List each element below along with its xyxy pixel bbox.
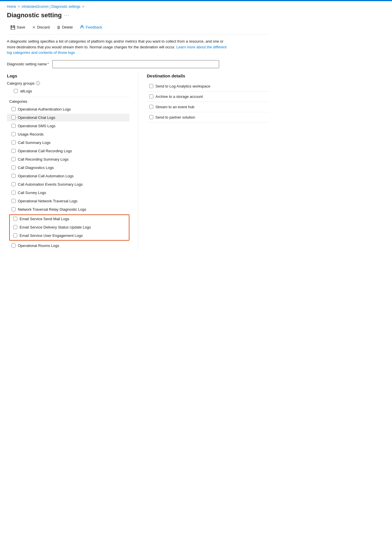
- destination-section-header: Destination details: [147, 73, 269, 78]
- diagnostic-setting-name-row: Diagnostic setting name*: [7, 60, 269, 68]
- partner-checkbox[interactable]: [149, 115, 153, 119]
- list-item[interactable]: Email Service User Engagement Logs: [10, 232, 129, 239]
- alllogs-checkbox[interactable]: [14, 89, 18, 93]
- toolbar: 💾 Save ✕ Discard 🗑 Delete Feedback: [7, 23, 269, 35]
- storage-checkbox[interactable]: [149, 94, 153, 98]
- alllogs-label: allLogs: [20, 89, 32, 93]
- main-content: Logs Category groups i allLogs Categorie…: [7, 73, 269, 250]
- list-item[interactable]: Usage Records: [7, 130, 129, 138]
- category-groups-label: Category groups i: [7, 81, 129, 85]
- rooms-label: Operational Rooms Logs: [18, 243, 59, 248]
- list-item[interactable]: Call Recording Summary Logs: [7, 155, 129, 163]
- callsurvey-label: Call Survey Logs: [18, 191, 46, 195]
- storage-label: Archive to a storage account: [156, 94, 203, 99]
- callsummary-checkbox[interactable]: [12, 140, 16, 144]
- save-button[interactable]: 💾 Save: [7, 24, 29, 31]
- callautosummary-checkbox[interactable]: [12, 182, 16, 186]
- logs-section-header: Logs: [7, 73, 129, 78]
- dest-eventhub[interactable]: Stream to an event hub: [147, 102, 269, 112]
- calldiag-label: Call Diagnostics Logs: [18, 165, 54, 170]
- discard-button[interactable]: ✕ Discard: [29, 24, 53, 31]
- callautosummary-label: Call Automation Events Summary Logs: [18, 182, 83, 187]
- rooms-checkbox[interactable]: [12, 243, 16, 248]
- list-item[interactable]: Operational Rooms Logs: [7, 242, 129, 250]
- auth-checkbox[interactable]: [12, 107, 16, 111]
- page-title-ellipsis: ···: [64, 13, 70, 18]
- sms-checkbox[interactable]: [12, 124, 16, 128]
- list-item[interactable]: Call Summary Logs: [7, 139, 129, 147]
- calldiag-checkbox[interactable]: [12, 165, 16, 170]
- netrelay-label: Network Traversal Relay Diagnostic Logs: [18, 207, 86, 212]
- breadcrumb-home[interactable]: Home: [7, 5, 16, 9]
- discard-icon: ✕: [32, 25, 36, 30]
- breadcrumb-sep1: >: [18, 5, 20, 9]
- list-item[interactable]: Operational SMS Logs: [7, 122, 129, 130]
- callautomation-checkbox[interactable]: [12, 174, 16, 178]
- list-item[interactable]: Call Diagnostics Logs: [7, 164, 129, 172]
- list-item[interactable]: Operational Network Traversal Logs: [7, 197, 129, 205]
- diagnostic-setting-name-input[interactable]: [52, 60, 219, 68]
- loganalytics-label: Send to Log Analytics workspace: [156, 84, 211, 88]
- list-item[interactable]: Operational Call Recording Logs: [7, 147, 129, 155]
- list-item[interactable]: Call Automation Events Summary Logs: [7, 180, 129, 188]
- destination-column: Destination details Send to Log Analytic…: [138, 73, 269, 123]
- list-item[interactable]: Call Survey Logs: [7, 189, 129, 197]
- dest-storage[interactable]: Archive to a storage account: [147, 92, 269, 102]
- breadcrumb: Home > mhsbxtest2comm | Diagnostic setti…: [7, 5, 269, 9]
- page-title: Diagnostic setting ···: [7, 12, 269, 19]
- nettraversal-checkbox[interactable]: [12, 199, 16, 203]
- list-item[interactable]: Operational Authentication Logs: [7, 105, 129, 113]
- emaildelivery-checkbox[interactable]: [13, 225, 17, 229]
- dest-loganalytics[interactable]: Send to Log Analytics workspace: [147, 81, 269, 92]
- callrecsummary-label: Call Recording Summary Logs: [18, 157, 68, 161]
- list-item[interactable]: Network Traversal Relay Diagnostic Logs: [7, 206, 129, 213]
- list-item[interactable]: Email Service Send Mail Logs: [10, 215, 129, 223]
- callrecsummary-checkbox[interactable]: [12, 157, 16, 161]
- discard-label: Discard: [37, 25, 50, 29]
- save-label: Save: [17, 25, 25, 29]
- breadcrumb-resource[interactable]: mhsbxtest2comm | Diagnostic settings: [22, 5, 81, 9]
- usage-label: Usage Records: [18, 132, 44, 136]
- list-item[interactable]: Operational Call Automation Logs: [7, 172, 129, 180]
- emailengagement-label: Email Service User Engagement Logs: [20, 233, 83, 238]
- divider-after-groups: [7, 97, 129, 97]
- categories-label: Categories: [7, 99, 129, 104]
- feedback-label: Feedback: [86, 25, 102, 29]
- field-label: Diagnostic setting name*: [7, 62, 49, 66]
- usage-checkbox[interactable]: [12, 132, 16, 136]
- page-title-text: Diagnostic setting: [7, 12, 62, 19]
- feedback-button[interactable]: Feedback: [76, 23, 106, 31]
- logs-column: Logs Category groups i allLogs Categorie…: [7, 73, 138, 250]
- nettraversal-label: Operational Network Traversal Logs: [18, 199, 77, 203]
- list-item[interactable]: Operational Chat Logs: [7, 114, 129, 121]
- dest-partner[interactable]: Send to partner solution: [147, 112, 269, 123]
- sms-label: Operational SMS Logs: [18, 124, 56, 128]
- list-item[interactable]: Email Service Delivery Status Update Log…: [10, 223, 129, 231]
- auth-label: Operational Authentication Logs: [18, 107, 71, 111]
- callrecording-label: Operational Call Recording Logs: [18, 149, 72, 153]
- save-icon: 💾: [10, 25, 15, 30]
- description: A diagnostic setting specifies a list of…: [7, 39, 231, 56]
- netrelay-checkbox[interactable]: [12, 207, 16, 211]
- emailsend-label: Email Service Send Mail Logs: [20, 217, 69, 221]
- loganalytics-checkbox[interactable]: [149, 84, 153, 88]
- delete-button[interactable]: 🗑 Delete: [53, 24, 77, 31]
- emaildelivery-label: Email Service Delivery Status Update Log…: [20, 225, 91, 229]
- chat-label: Operational Chat Logs: [18, 115, 55, 120]
- delete-label: Delete: [62, 25, 73, 29]
- chat-checkbox[interactable]: [12, 115, 16, 119]
- callsurvey-checkbox[interactable]: [12, 191, 16, 195]
- delete-icon: 🗑: [57, 25, 61, 30]
- callrecording-checkbox[interactable]: [12, 149, 16, 153]
- required-marker: *: [47, 62, 49, 66]
- eventhub-label: Stream to an event hub: [156, 105, 194, 109]
- alllogs-item[interactable]: allLogs: [7, 88, 129, 94]
- info-icon[interactable]: i: [36, 81, 40, 85]
- callsummary-label: Call Summary Logs: [18, 140, 50, 145]
- emailengagement-checkbox[interactable]: [13, 233, 17, 237]
- emailsend-checkbox[interactable]: [13, 217, 17, 221]
- feedback-icon: [80, 24, 84, 30]
- partner-label: Send to partner solution: [156, 115, 195, 119]
- eventhub-checkbox[interactable]: [149, 105, 153, 109]
- email-group-box: Email Service Send Mail Logs Email Servi…: [9, 214, 129, 241]
